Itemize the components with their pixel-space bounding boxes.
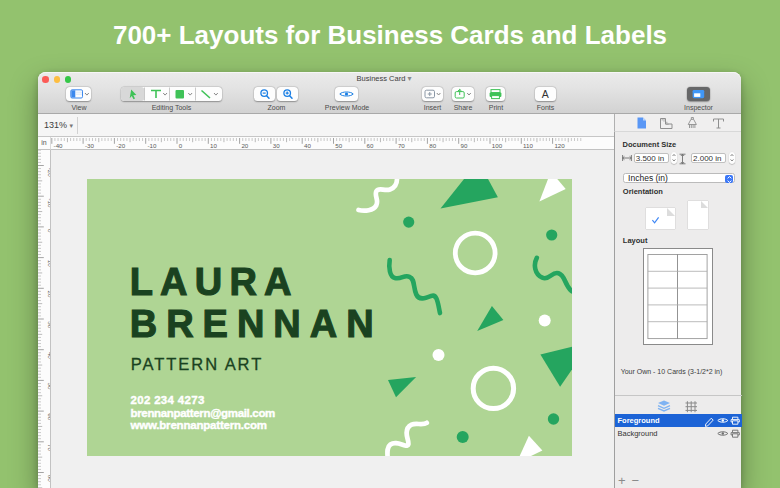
svg-text:60: 60 [367, 142, 374, 149]
svg-text:70: 70 [398, 142, 405, 149]
svg-text:30: 30 [273, 142, 280, 149]
svg-text:10: 10 [210, 142, 217, 149]
svg-text:100: 100 [492, 142, 503, 149]
svg-text:0: 0 [179, 142, 183, 149]
svg-text:50: 50 [335, 142, 342, 149]
svg-text:-40: -40 [54, 142, 64, 149]
svg-text:-20: -20 [116, 142, 126, 149]
svg-text:-30: -30 [85, 142, 95, 149]
svg-text:120: 120 [554, 142, 565, 149]
svg-text:-10: -10 [148, 142, 158, 149]
svg-text:80: 80 [429, 142, 436, 149]
svg-text:90: 90 [461, 142, 468, 149]
svg-text:110: 110 [523, 142, 533, 149]
svg-text:20: 20 [241, 142, 248, 149]
svg-text:40: 40 [304, 142, 311, 149]
